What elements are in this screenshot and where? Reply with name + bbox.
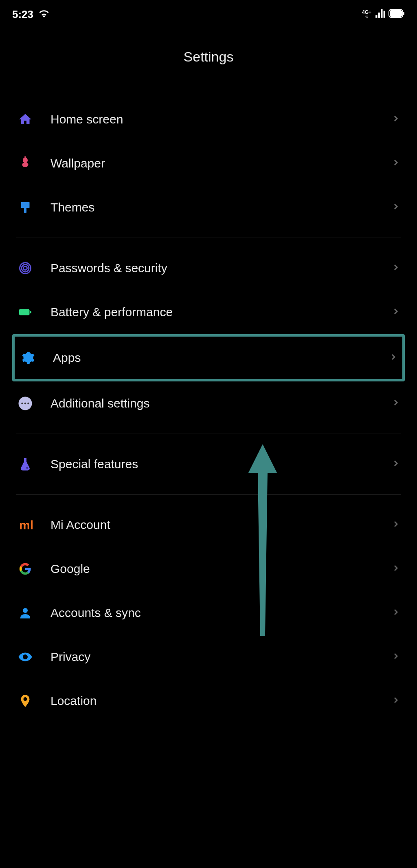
setting-mi-account[interactable]: ml Mi Account (16, 503, 401, 547)
setting-apps[interactable]: Apps (12, 334, 405, 381)
chevron-right-icon (391, 651, 401, 663)
chevron-right-icon (391, 607, 401, 619)
eye-icon (16, 648, 34, 666)
setting-label: Google (50, 562, 375, 576)
brush-icon (16, 198, 34, 216)
chevron-right-icon (391, 202, 401, 213)
setting-label: Privacy (50, 650, 375, 664)
fingerprint-icon (16, 259, 34, 277)
page-title: Settings (0, 24, 417, 97)
setting-label: Location (50, 694, 375, 708)
chevron-right-icon (391, 262, 401, 274)
svg-rect-3 (21, 202, 30, 208)
dots-icon (16, 394, 34, 412)
setting-home-screen[interactable]: Home screen (16, 97, 401, 141)
setting-label: Special features (50, 457, 375, 471)
svg-text:ml: ml (19, 518, 33, 532)
divider (16, 434, 401, 434)
battery-icon (388, 9, 405, 20)
chevron-right-icon (391, 695, 401, 707)
svg-rect-1 (390, 10, 402, 17)
arrows-icon: ⇅ (365, 15, 368, 19)
setting-location[interactable]: Location (16, 679, 401, 723)
chevron-right-icon (391, 563, 401, 575)
svg-point-6 (22, 264, 29, 272)
status-right: 4G+ ⇅ (362, 8, 405, 20)
setting-accounts-sync[interactable]: Accounts & sync (16, 591, 401, 635)
divider (16, 494, 401, 495)
setting-themes[interactable]: Themes (16, 185, 401, 229)
gear-icon (19, 349, 37, 367)
setting-label: Passwords & security (50, 261, 375, 275)
pin-icon (16, 692, 34, 710)
settings-list[interactable]: Home screen Wallpaper Themes Passwords &… (0, 97, 417, 723)
chevron-right-icon (391, 458, 401, 470)
status-bar: 5:23 4G+ ⇅ (0, 0, 417, 24)
svg-rect-8 (19, 309, 30, 315)
setting-additional-settings[interactable]: Additional settings (16, 381, 401, 425)
home-icon (16, 110, 34, 128)
chevron-right-icon (391, 114, 401, 125)
svg-rect-2 (403, 12, 404, 15)
setting-wallpaper[interactable]: Wallpaper (16, 141, 401, 185)
divider (16, 238, 401, 238)
svg-point-7 (24, 267, 27, 270)
svg-point-16 (23, 608, 28, 613)
chevron-right-icon (391, 158, 401, 169)
setting-label: Themes (50, 200, 375, 214)
person-icon (16, 604, 34, 622)
chevron-right-icon (388, 352, 398, 364)
network-indicator: 4G+ ⇅ (362, 10, 371, 19)
svg-point-11 (21, 403, 23, 405)
svg-point-14 (26, 467, 28, 469)
setting-label: Wallpaper (50, 156, 375, 170)
setting-label: Apps (53, 351, 372, 365)
setting-label: Battery & performance (50, 305, 375, 319)
flower-icon (16, 154, 34, 172)
setting-label: Home screen (50, 112, 375, 126)
setting-label: Mi Account (50, 518, 375, 532)
chevron-right-icon (391, 519, 401, 531)
svg-point-17 (24, 656, 26, 658)
status-time: 5:23 (12, 8, 33, 21)
setting-special-features[interactable]: Special features (16, 442, 401, 486)
wifi-icon (38, 8, 50, 21)
svg-point-13 (27, 403, 29, 405)
setting-google[interactable]: Google (16, 547, 401, 591)
svg-rect-4 (24, 208, 26, 213)
setting-label: Accounts & sync (50, 606, 375, 620)
status-left: 5:23 (12, 8, 50, 21)
svg-rect-9 (30, 311, 31, 313)
google-icon (16, 560, 34, 578)
flask-icon (16, 455, 34, 473)
setting-privacy[interactable]: Privacy (16, 635, 401, 679)
setting-passwords-security[interactable]: Passwords & security (16, 246, 401, 290)
svg-point-12 (24, 403, 26, 405)
battery-icon (16, 303, 34, 321)
mi-icon: ml (16, 516, 34, 534)
setting-label: Additional settings (50, 397, 375, 410)
setting-battery-performance[interactable]: Battery & performance (16, 290, 401, 334)
signal-icon (375, 8, 385, 20)
chevron-right-icon (391, 398, 401, 409)
chevron-right-icon (391, 306, 401, 318)
